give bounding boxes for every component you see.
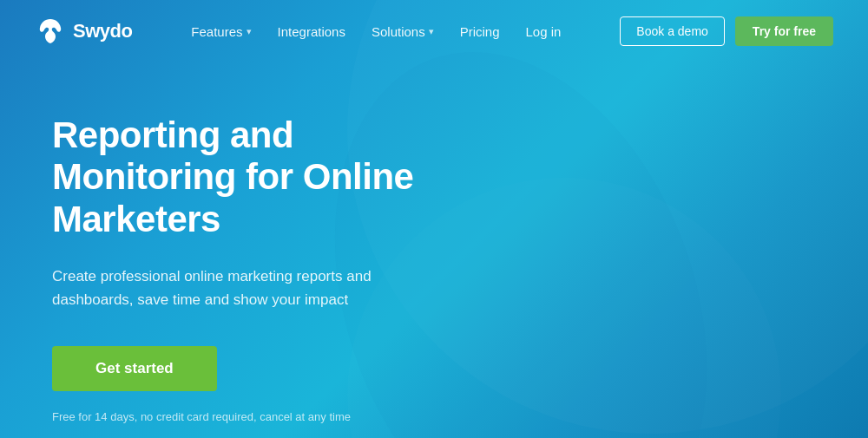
- nav-solutions[interactable]: Solutions ▾: [372, 24, 434, 39]
- logo-icon: [35, 16, 66, 47]
- nav-pricing[interactable]: Pricing: [460, 24, 500, 39]
- try-free-button[interactable]: Try for free: [735, 16, 833, 46]
- features-chevron-icon: ▾: [247, 26, 252, 37]
- navbar: Swydo Features ▾ Integrations Solutions …: [0, 0, 868, 62]
- book-demo-button[interactable]: Book a demo: [620, 16, 725, 46]
- hero-section: Reporting and Monitoring for Online Mark…: [0, 62, 503, 423]
- nav-features[interactable]: Features ▾: [191, 24, 251, 39]
- hero-subtitle: Create professional online marketing rep…: [52, 265, 425, 311]
- nav-links: Features ▾ Integrations Solutions ▾ Pric…: [191, 24, 561, 39]
- get-started-button[interactable]: Get started: [52, 346, 217, 391]
- solutions-chevron-icon: ▾: [429, 26, 434, 37]
- nav-actions: Book a demo Try for free: [620, 16, 833, 46]
- page-background: Swydo Features ▾ Integrations Solutions …: [0, 0, 868, 438]
- nav-login[interactable]: Log in: [526, 24, 562, 39]
- logo-text: Swydo: [73, 20, 132, 42]
- logo[interactable]: Swydo: [35, 16, 132, 47]
- hero-title: Reporting and Monitoring for Online Mark…: [52, 114, 469, 240]
- nav-integrations[interactable]: Integrations: [278, 24, 345, 39]
- free-notice: Free for 14 days, no credit card require…: [52, 410, 469, 423]
